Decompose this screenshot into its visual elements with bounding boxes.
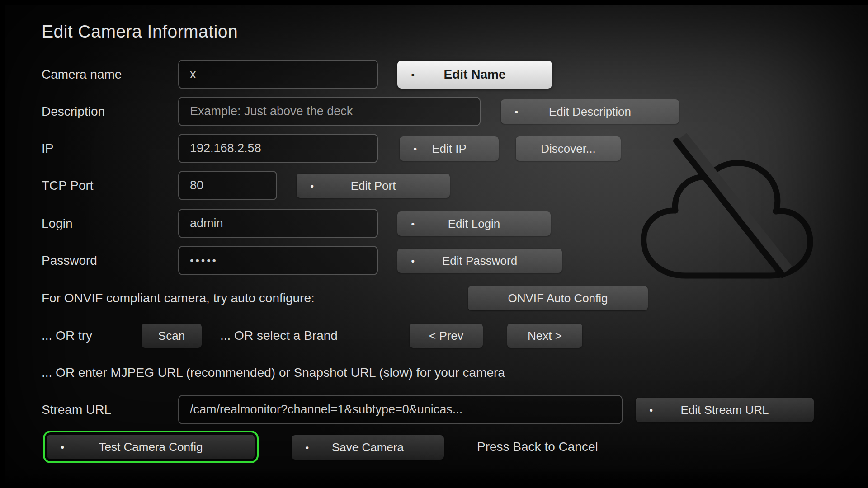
description-label: Description [42, 97, 105, 126]
stream-url-input[interactable] [178, 395, 623, 424]
test-camera-config-button[interactable]: ● Test Camera Config [47, 435, 255, 459]
edit-description-button-label: Edit Description [549, 105, 631, 119]
cloud-off-icon [635, 132, 819, 281]
bullet-icon: ● [649, 407, 653, 413]
next-brand-button-label: Next > [528, 329, 562, 343]
scan-button-label: Scan [158, 329, 185, 343]
next-brand-button[interactable]: Next > [507, 324, 582, 348]
edit-stream-url-button-label: Edit Stream URL [680, 403, 769, 417]
bottom-black-strip [0, 467, 868, 488]
bullet-icon: ● [411, 258, 415, 264]
bullet-icon: ● [413, 145, 417, 152]
login-input[interactable] [178, 209, 378, 238]
edit-port-button[interactable]: ● Edit Port [297, 174, 450, 198]
ip-label: IP [42, 134, 53, 163]
test-camera-config-button-label: Test Camera Config [99, 440, 203, 454]
save-camera-button[interactable]: ● Save Camera [292, 435, 444, 460]
password-label: Password [42, 246, 97, 275]
edit-password-button[interactable]: ● Edit Password [397, 249, 562, 273]
edit-description-button[interactable]: ● Edit Description [501, 99, 679, 124]
login-label: Login [42, 209, 73, 238]
edit-stream-url-button[interactable]: ● Edit Stream URL [636, 398, 814, 422]
description-input[interactable] [178, 97, 481, 126]
edit-port-button-label: Edit Port [351, 179, 396, 193]
password-input[interactable] [178, 246, 378, 275]
stream-url-label: Stream URL [42, 395, 111, 424]
edit-ip-button[interactable]: ● Edit IP [400, 136, 499, 161]
camera-name-input[interactable] [178, 60, 378, 89]
prev-brand-button-label: < Prev [429, 329, 463, 343]
ip-input[interactable] [178, 134, 378, 163]
onvif-hint-text: For ONVIF compliant camera, try auto con… [42, 286, 315, 310]
save-camera-button-label: Save Camera [332, 441, 404, 455]
top-black-strip [0, 0, 868, 5]
onvif-auto-config-button-label: ONVIF Auto Config [508, 291, 608, 305]
left-black-strip [0, 0, 5, 488]
edit-login-button[interactable]: ● Edit Login [397, 211, 551, 236]
onvif-auto-config-button[interactable]: ONVIF Auto Config [468, 286, 648, 310]
camera-name-label: Camera name [42, 60, 122, 89]
edit-password-button-label: Edit Password [442, 254, 517, 268]
tcp-port-label: TCP Port [42, 171, 94, 200]
scan-button[interactable]: Scan [142, 324, 202, 348]
edit-name-button[interactable]: ● Edit Name [397, 61, 552, 89]
discover-button[interactable]: Discover... [516, 136, 621, 161]
page-title: Edit Camera Information [42, 22, 238, 42]
prev-brand-button[interactable]: < Prev [410, 324, 483, 348]
edit-login-button-label: Edit Login [448, 217, 500, 231]
discover-button-label: Discover... [541, 142, 595, 156]
bullet-icon: ● [310, 183, 314, 189]
press-back-to-cancel-text: Press Back to Cancel [477, 435, 598, 459]
tcp-port-input[interactable] [178, 171, 277, 200]
edit-ip-button-label: Edit IP [432, 142, 467, 156]
edit-name-button-label: Edit Name [444, 67, 506, 82]
bullet-icon: ● [61, 444, 64, 450]
bullet-icon: ● [411, 71, 415, 78]
bullet-icon: ● [514, 108, 518, 115]
mjpeg-url-hint-text: ... OR enter MJPEG URL (recommended) or … [42, 361, 505, 385]
edit-camera-screen: Edit Camera Information Camera name ● Ed… [0, 0, 868, 488]
or-select-brand-text: ... OR select a Brand [220, 324, 338, 348]
bullet-icon: ● [411, 221, 415, 227]
or-try-text: ... OR try [42, 324, 92, 348]
bullet-icon: ● [305, 444, 309, 450]
